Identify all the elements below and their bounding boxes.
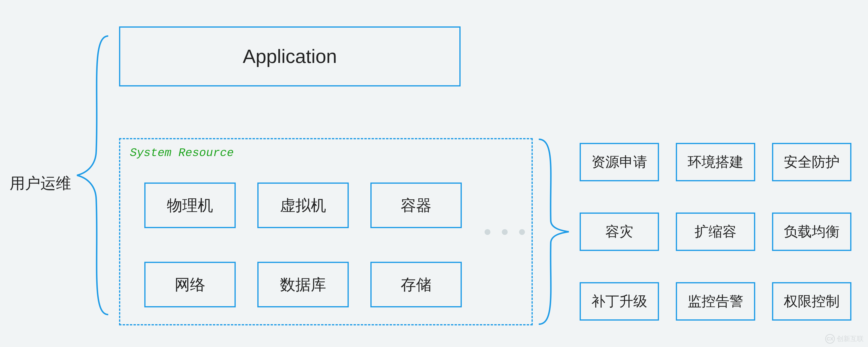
ops-box-load-balance: 负载均衡 — [772, 212, 851, 251]
resource-box-physical: 物理机 — [144, 182, 236, 228]
resource-box-database: 数据库 — [257, 262, 349, 307]
ellipsis-icon: ● ● ● — [484, 223, 529, 239]
ops-box-patch: 补丁升级 — [580, 282, 659, 321]
ops-box-dr: 容灾 — [580, 212, 659, 251]
brace-right-ops — [536, 135, 572, 329]
watermark: CX 创新互联 — [825, 334, 864, 344]
ops-box-env-setup: 环境搭建 — [676, 143, 755, 181]
resource-box-container: 容器 — [370, 182, 462, 228]
resource-box-storage: 存储 — [370, 262, 462, 307]
application-box: Application — [119, 26, 461, 86]
ops-box-security: 安全防护 — [772, 143, 851, 181]
system-resource-label: System Resource — [130, 146, 234, 160]
ops-box-access: 权限控制 — [772, 282, 851, 321]
ops-box-monitor: 监控告警 — [676, 282, 755, 321]
watermark-icon: CX — [825, 334, 835, 344]
diagram-title: 用户运维 — [10, 173, 71, 194]
ops-box-resource-request: 资源申请 — [580, 143, 659, 181]
resource-box-network: 网络 — [144, 262, 236, 307]
watermark-text: 创新互联 — [837, 334, 864, 343]
ops-box-scaling: 扩缩容 — [676, 212, 755, 251]
resource-box-vm: 虚拟机 — [257, 182, 349, 228]
brace-left-main — [74, 31, 116, 319]
